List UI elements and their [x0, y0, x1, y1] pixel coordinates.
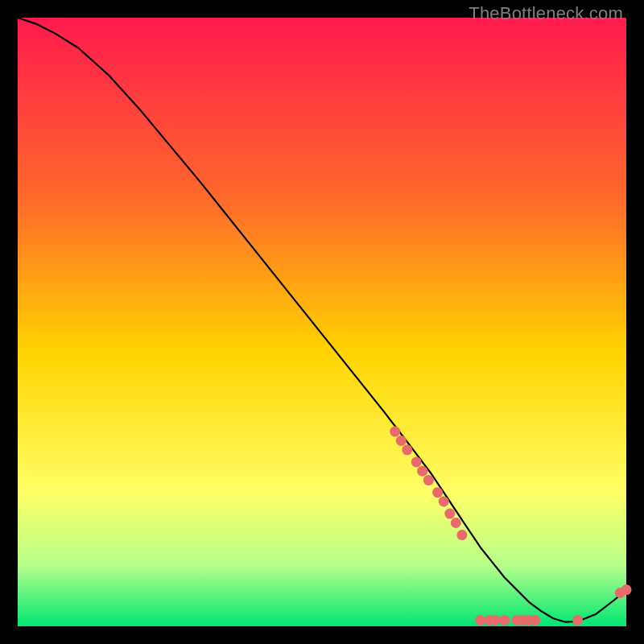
data-point: [423, 475, 434, 485]
data-point: [475, 615, 485, 625]
data-point: [390, 427, 400, 437]
data-point: [451, 518, 461, 528]
bottleneck-curve: [18, 18, 626, 622]
plot-area: [18, 18, 626, 626]
data-point: [456, 530, 467, 540]
data-point: [439, 497, 449, 507]
data-point: [572, 615, 583, 625]
data-point: [396, 436, 407, 446]
data-point: [411, 456, 422, 467]
chart-frame: TheBottleneck.com: [0, 0, 644, 644]
data-point: [444, 509, 455, 519]
curve-layer: [18, 18, 626, 626]
data-point: [490, 615, 501, 625]
data-point: [621, 584, 632, 595]
data-point: [530, 615, 540, 625]
data-point: [417, 466, 427, 477]
data-point: [402, 444, 412, 455]
data-point: [432, 487, 443, 497]
data-point: [499, 615, 510, 625]
